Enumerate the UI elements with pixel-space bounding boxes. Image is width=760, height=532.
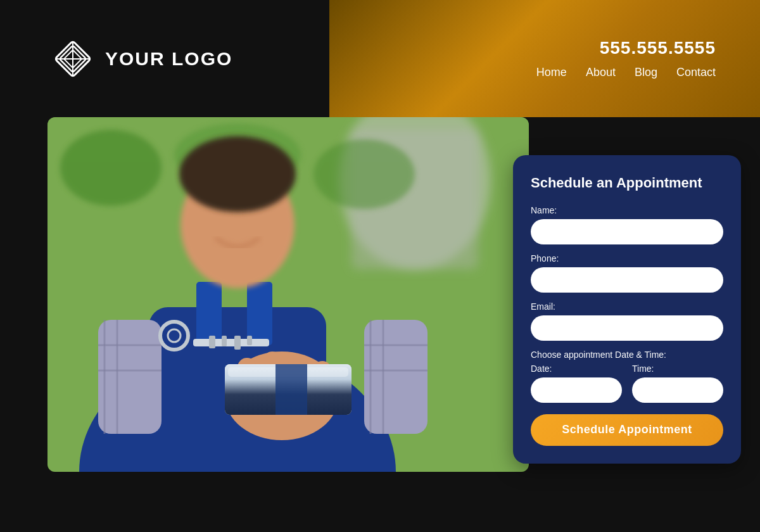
date-col: Date: (531, 364, 622, 403)
nav-home[interactable]: Home (536, 66, 567, 79)
card-title: Schedule an Appointment (531, 174, 723, 193)
svg-point-10 (314, 139, 415, 209)
nav-blog[interactable]: Blog (635, 66, 657, 79)
hero-image (48, 117, 529, 472)
svg-rect-39 (234, 336, 241, 350)
nav-links: Home About Blog Contact (536, 66, 716, 79)
svg-rect-37 (209, 336, 215, 348)
hero-section: Schedule an Appointment Name: Phone: Ema… (0, 117, 760, 532)
name-input[interactable] (531, 219, 723, 244)
schedule-appointment-button[interactable]: Schedule Appointment (531, 414, 723, 446)
logo-icon (51, 37, 95, 81)
email-input[interactable] (531, 315, 723, 341)
svg-rect-40 (247, 336, 252, 345)
nav-about[interactable]: About (586, 66, 616, 79)
email-label: Email: (531, 301, 723, 312)
svg-rect-33 (276, 364, 307, 415)
logo-text: YOUR LOGO (105, 48, 232, 70)
svg-rect-38 (222, 336, 227, 346)
date-label: Date: (531, 364, 622, 374)
datetime-label: Choose appointment Date & Time: (531, 350, 723, 360)
svg-rect-15 (98, 320, 162, 434)
time-label: Time: (632, 364, 723, 374)
name-label: Name: (531, 205, 723, 215)
header-logo-section: YOUR LOGO (0, 0, 329, 117)
svg-rect-13 (196, 282, 222, 345)
header-nav-section: 555.555.5555 Home About Blog Contact (329, 0, 760, 117)
phone-input[interactable] (531, 267, 723, 293)
appointment-card: Schedule an Appointment Name: Phone: Ema… (513, 155, 741, 464)
svg-rect-20 (364, 320, 428, 434)
datetime-row: Date: Time: (531, 364, 723, 403)
time-col: Time: (632, 364, 723, 403)
phone-number[interactable]: 555.555.5555 (600, 38, 716, 58)
header: YOUR LOGO 555.555.5555 Home About Blog C… (0, 0, 760, 117)
svg-rect-34 (193, 339, 269, 346)
svg-point-42 (179, 136, 296, 212)
nav-contact[interactable]: Contact (676, 66, 716, 79)
time-input[interactable] (632, 377, 723, 403)
locksmith-scene (48, 117, 529, 472)
phone-label: Phone: (531, 253, 723, 263)
logo-area: YOUR LOGO (51, 37, 232, 81)
svg-point-8 (60, 130, 162, 206)
date-input[interactable] (531, 377, 622, 403)
